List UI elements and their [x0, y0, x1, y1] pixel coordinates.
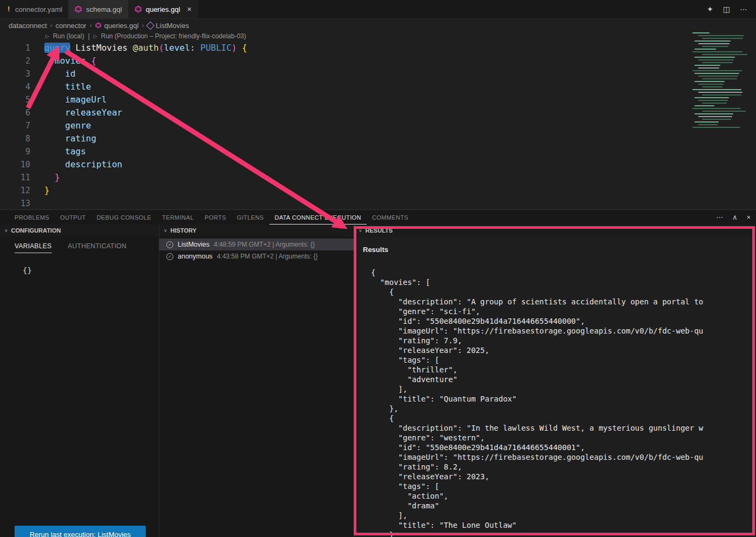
- minimap-line: [702, 86, 723, 87]
- codelens-separator: |: [88, 32, 90, 40]
- code-line: 6 releaseYear: [0, 106, 686, 119]
- line-number: 3: [0, 67, 44, 80]
- minimap-line: [692, 70, 742, 71]
- minimap-line: [698, 84, 724, 85]
- graphql-icon: [134, 5, 142, 13]
- configuration-tabs: VARIABLES AUTHENTICATION: [0, 236, 159, 253]
- success-check-icon: ✓: [166, 241, 173, 248]
- maximize-panel-icon[interactable]: ∧: [732, 213, 738, 221]
- panel-tab-debug-console[interactable]: DEBUG CONSOLE: [91, 210, 157, 225]
- panel-tab-ports[interactable]: PORTS: [199, 210, 232, 225]
- variables-editor[interactable]: {}: [23, 266, 159, 275]
- panel-tab-data-connect-execution[interactable]: DATA CONNECT EXECUTION: [269, 210, 367, 225]
- code-line: 13: [0, 197, 686, 209]
- run-local-link[interactable]: Run (local): [53, 32, 84, 40]
- breadcrumb-item-connector[interactable]: connector: [56, 22, 86, 30]
- minimap-line: [698, 116, 732, 117]
- code-line: 12}: [0, 184, 686, 197]
- copilot-icon[interactable]: ✦: [707, 5, 713, 13]
- run-play-icon: ▷: [93, 33, 97, 39]
- breadcrumb-separator-icon: ›: [50, 22, 52, 29]
- code-line: 5 imageUrl: [0, 93, 686, 106]
- tab-connector-yaml[interactable]: ! connector.yaml: [0, 0, 69, 18]
- chevron-down-icon: ∨: [359, 228, 362, 233]
- line-number: 10: [0, 158, 44, 171]
- line-number: 13: [0, 197, 44, 209]
- breadcrumb-separator-icon: ›: [142, 22, 144, 29]
- editor-tab-bar: ! connector.yaml schema.gql queries.gql …: [0, 0, 756, 19]
- code-editor[interactable]: ▷ Run (local) | ▷ Run (Production – Proj…: [0, 31, 756, 209]
- code-line: 10 description: [0, 158, 686, 171]
- bottom-panel: PROBLEMSOUTPUTDEBUG CONSOLETERMINALPORTS…: [0, 209, 756, 537]
- close-panel-icon[interactable]: ×: [746, 213, 751, 221]
- minimap-line: [692, 89, 741, 90]
- breadcrumb-item-queries-gql[interactable]: queries.gql: [95, 22, 139, 30]
- tab-authentication[interactable]: AUTHENTICATION: [68, 242, 127, 253]
- rerun-last-execution-button[interactable]: Rerun last execution: ListMovies: [15, 526, 146, 537]
- code-line: 3 id: [0, 67, 686, 80]
- success-check-icon: ✓: [166, 253, 173, 260]
- results-subtitle: Results: [363, 246, 756, 254]
- history-entry-meta: 4:48:59 PM GMT+2 | Arguments: {}: [214, 241, 315, 248]
- history-entry[interactable]: ✓ListMovies4:48:59 PM GMT+2 | Arguments:…: [159, 239, 354, 250]
- graphql-icon: [75, 5, 82, 13]
- results-section: ∨ RESULTS Results { "movies": [ { "descr…: [354, 225, 756, 537]
- minimap[interactable]: [692, 31, 755, 131]
- panel-tab-comments[interactable]: COMMENTS: [367, 210, 414, 225]
- line-number: 6: [0, 106, 44, 119]
- tab-queries-gql[interactable]: queries.gql ×: [129, 0, 198, 18]
- run-play-icon: ▷: [45, 33, 49, 39]
- history-header[interactable]: ∨ HISTORY: [159, 225, 354, 236]
- minimap-line: [698, 92, 742, 93]
- minimap-line: [694, 40, 731, 42]
- history-section: ∨ HISTORY ✓ListMovies4:48:59 PM GMT+2 | …: [159, 225, 354, 537]
- minimap-line: [698, 100, 728, 101]
- code-line: 2 movies {: [0, 55, 686, 67]
- minimap-line: [694, 97, 729, 98]
- minimap-line: [694, 81, 725, 82]
- code-line: 7 genre: [0, 119, 686, 132]
- panel-tab-gitlens[interactable]: GITLENS: [232, 210, 269, 225]
- history-list: ✓ListMovies4:48:59 PM GMT+2 | Arguments:…: [159, 239, 354, 262]
- results-header[interactable]: ∨ RESULTS: [354, 225, 756, 236]
- tab-schema-gql[interactable]: schema.gql: [69, 0, 128, 18]
- panel-tab-output[interactable]: OUTPUT: [55, 210, 91, 225]
- editor-actions: ✦ ◫ ⋯: [707, 0, 756, 18]
- close-icon[interactable]: ×: [187, 5, 192, 13]
- tab-variables[interactable]: VARIABLES: [15, 242, 52, 253]
- history-entry[interactable]: ✓anonymous4:43:58 PM GMT+2 | Arguments: …: [159, 250, 354, 262]
- minimap-line: [694, 65, 720, 66]
- breadcrumb-item-dataconnect[interactable]: dataconnect: [9, 22, 47, 30]
- minimap-line: [694, 121, 719, 123]
- line-number: 12: [0, 184, 44, 197]
- code-line: 1query ListMovies @auth(level: PUBLIC) {: [0, 42, 686, 55]
- more-actions-icon[interactable]: ⋯: [740, 5, 747, 13]
- minimap-line: [698, 43, 730, 44]
- code-line: 9 tags: [0, 145, 686, 158]
- symbol-operation-icon: [146, 21, 154, 30]
- more-actions-icon[interactable]: ⋯: [716, 213, 723, 221]
- highlighted-word: query: [44, 43, 70, 53]
- results-json-output[interactable]: { "movies": [ { "description": "A group …: [371, 268, 756, 537]
- configuration-header[interactable]: ∨ CONFIGURATION: [0, 225, 159, 236]
- line-number: 8: [0, 132, 44, 145]
- panel-tab-problems[interactable]: PROBLEMS: [9, 210, 55, 225]
- breadcrumb-item-listmovies[interactable]: ListMovies: [147, 22, 189, 30]
- minimap-line: [694, 105, 714, 106]
- configuration-section: ∨ CONFIGURATION VARIABLES AUTHENTICATION…: [0, 225, 159, 537]
- minimap-line: [694, 73, 739, 74]
- minimap-line: [702, 119, 731, 120]
- yaml-file-icon: !: [6, 5, 11, 13]
- line-number: 9: [0, 145, 44, 158]
- data-connect-execution-view: ∨ CONFIGURATION VARIABLES AUTHENTICATION…: [0, 225, 756, 537]
- minimap-line: [702, 38, 743, 39]
- line-number: 5: [0, 93, 44, 106]
- run-production-link[interactable]: Run (Production – Project: friendly-flix…: [101, 32, 246, 40]
- split-editor-icon[interactable]: ◫: [723, 5, 730, 13]
- code-lines: 1query ListMovies @auth(level: PUBLIC) {…: [0, 42, 686, 209]
- panel-tab-terminal[interactable]: TERMINAL: [157, 210, 199, 225]
- minimap-line: [694, 57, 735, 58]
- minimap-line: [702, 94, 741, 96]
- minimap-line: [698, 59, 734, 60]
- code-line: 8 rating: [0, 132, 686, 145]
